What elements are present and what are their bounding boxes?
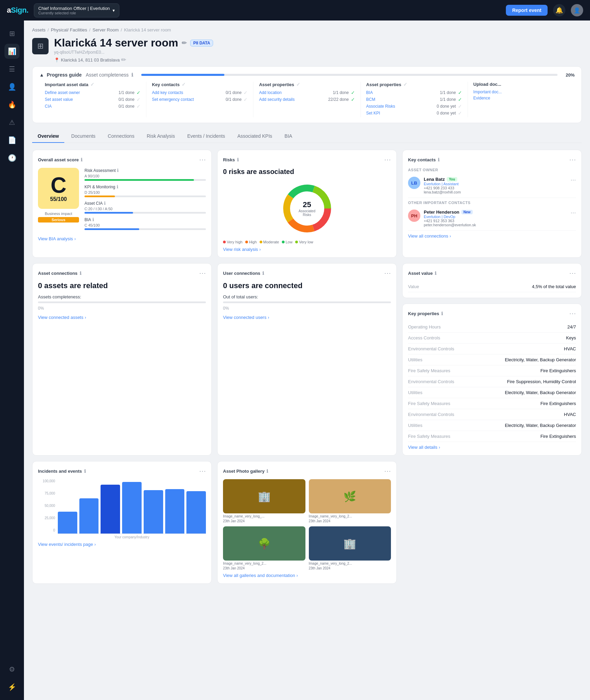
metric-info: ℹ [104,201,106,206]
view-bia-link[interactable]: View BIA analysis › [38,236,206,241]
key-props-menu[interactable]: ⋯ [569,309,576,318]
you-badge: You [447,177,457,181]
view-risk-analysis-link[interactable]: View risk analysis › [223,247,391,252]
bar-2 [79,498,99,534]
gallery-img-1: 🏢 [223,479,305,513]
chevron-right-icon: › [74,237,76,241]
incidents-info: ℹ [84,469,86,474]
sidebar-item-settings[interactable]: ⚙ [4,662,19,677]
report-event-button[interactable]: Report event [506,5,548,16]
donut-label: AssociatedRisks [299,209,315,217]
view-incidents-link[interactable]: View events/ incidents page › [38,542,206,547]
add-location-link[interactable]: Add location [259,90,281,95]
metric-label: KPI & Monitoring ℹ [84,184,206,189]
breadcrumb-assets[interactable]: Assets [32,27,45,32]
tab-kpis[interactable]: Associated KPIs [232,130,278,143]
view-all-connections-link[interactable]: View all connections › [408,233,576,239]
progress-item: BIA 1/1 done ✓ [366,90,462,95]
progress-col-5: Upload doc... Important doc... Evidence [468,82,575,117]
sidebar-item-clock[interactable]: 🕐 [4,150,19,165]
role-selector[interactable]: Chief Information Officer | Everlution C… [34,3,119,17]
tab-connections[interactable]: Connections [102,130,140,143]
define-asset-owner-link[interactable]: Define asset owner [45,90,80,95]
sidebar-item-fire[interactable]: 🔥 [4,97,19,112]
evidence-link[interactable]: Evidence [473,96,490,100]
asset-conn-info: ℹ [80,271,81,276]
edit-address-icon[interactable]: ✏ [121,56,126,64]
metric-kpi: KPI & Monitoring ℹ D 25/100 [84,184,206,197]
bell-icon[interactable]: 🔔 [553,4,565,16]
sidebar-item-person[interactable]: 👤 [4,79,19,94]
user-conn-menu[interactable]: ⋯ [384,269,391,277]
incidents-card: Incidents and events ℹ ⋯ 100,000 75,000 … [32,461,212,584]
asset-conn-menu[interactable]: ⋯ [199,269,206,277]
sidebar-item-filter[interactable]: ⚡ [4,679,19,695]
bcm-link[interactable]: BCM [366,97,376,102]
cia-link[interactable]: CIA [45,104,52,109]
page-title: Klarická 14 server room [54,37,178,49]
set-asset-value-link[interactable]: Set asset value [45,97,73,102]
asset-value-menu[interactable]: ⋯ [569,269,576,277]
props-row-1: Operating Hours 24/7 [408,322,576,333]
contact-avatar-ph: PH [408,210,420,222]
user-connections-card: User connections ℹ ⋯ 0 users are connect… [217,263,397,456]
contact-owner-menu[interactable]: ⋯ [571,177,576,183]
legend-very-high: Very high [223,240,242,244]
security-details-link[interactable]: Add security details [259,97,294,102]
sidebar-item-grid[interactable]: ⊞ [4,26,19,41]
breadcrumb-physical[interactable]: Physical/ Facilities [51,27,87,32]
view-all-details-link[interactable]: View all details › [408,445,576,450]
value-amount: 4,5% of the total value [532,284,576,289]
contact-phone: +421 908 233 433 [424,186,567,190]
tab-overview[interactable]: Overview [32,130,64,143]
check-green-icon: ✓ [351,90,355,95]
gallery-cap-3: Image_name_very_long_2... [223,562,305,565]
breadcrumb-current: Klarická 14 server room [124,27,171,32]
tab-documents[interactable]: Documents [66,130,101,143]
associate-risks-link[interactable]: Associate Risks [366,104,395,109]
edit-title-icon[interactable]: ✏ [182,39,187,47]
check-green-icon: ✓ [458,90,462,95]
view-connected-assets-link[interactable]: View connected assets › [38,315,206,320]
progress-col-5-title: Upload doc... [473,82,569,87]
risks-card: Risks ℹ ⋯ 0 risks are associated [217,150,397,258]
set-emergency-link[interactable]: Set emergency contact [152,97,194,102]
sidebar-item-table[interactable]: ☰ [4,62,19,77]
contact-ph-menu[interactable]: ⋯ [571,210,576,216]
contacts-card-menu[interactable]: ⋯ [569,156,576,164]
contact-avatar-lb: LB [408,177,420,189]
score-card-menu[interactable]: ⋯ [199,156,206,164]
progress-columns: Important asset data ✓ Define asset owne… [39,82,575,117]
view-all-galleries-link[interactable]: View all galleries and documentation › [223,573,391,578]
check-gray-icon: ✓ [136,97,141,102]
gallery-menu[interactable]: ⋯ [384,467,391,475]
legend-very-low: Very low [295,240,313,244]
asset-conn-title: Asset connections ℹ [38,271,81,276]
key-contacts-card: Key contacts ℹ ⋯ Asset Owner LB Lena Bat… [402,150,582,258]
sidebar-item-chart[interactable]: 📊 [4,44,19,59]
progress-guide-title: Progress guide [47,72,82,78]
bia-link[interactable]: BIA [366,90,373,95]
info-icon: ℹ [131,72,133,78]
tab-bia[interactable]: BIA [279,130,298,143]
bar-1 [58,512,77,534]
risk-legend: Very high High Moderate Low Very low [223,240,391,244]
important-doc-link[interactable]: Important doc... [473,90,502,94]
risks-card-menu[interactable]: ⋯ [384,156,391,164]
contacts-info-icon: ℹ [438,157,440,162]
tab-events[interactable]: Events / Incidents [182,130,231,143]
incidents-menu[interactable]: ⋯ [199,467,206,475]
view-connected-users-link[interactable]: View connected users › [223,315,391,320]
metric-bia: BIA ℹ C 45/100 [84,217,206,230]
breadcrumb-server-room[interactable]: Server Room [92,27,119,32]
sidebar-item-warning[interactable]: ⚠ [4,115,19,130]
progress-item: Evidence [473,96,569,100]
avatar[interactable]: 👤 [571,4,583,16]
tab-risk-analysis[interactable]: Risk Analysis [141,130,180,143]
sidebar-item-file[interactable]: 📄 [4,133,19,148]
row-1-grid: Overall asset score ℹ ⋯ C 55/100 Busines… [32,150,582,258]
gallery-date-1: 23th Jan 2024 [223,519,305,523]
key-props-header: Key properties ℹ ⋯ [408,309,576,318]
add-key-contacts-link[interactable]: Add key contacts [152,90,183,95]
set-kpi-link[interactable]: Set KPI [366,111,380,116]
